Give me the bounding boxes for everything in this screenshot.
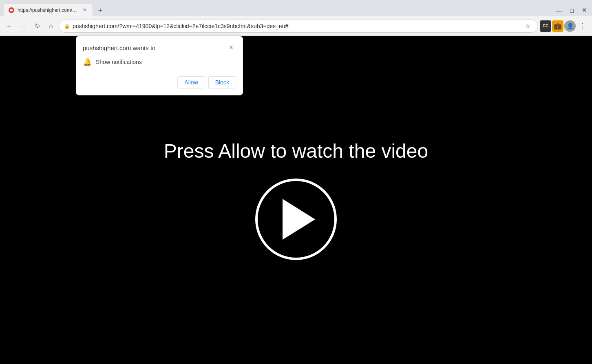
refresh-button[interactable]: ↻ (31, 20, 43, 32)
cc-label: CC (543, 24, 548, 28)
address-bar[interactable]: 🔒 pushshighert.com/?wmi=41900&lp=12&clic… (59, 20, 538, 33)
page-title: Press Allow to watch the video (164, 140, 428, 162)
popup-header: pushshighert.com wants to × (76, 36, 243, 56)
popup-actions: Allow Block (76, 73, 243, 95)
address-actions: ☆ (522, 21, 533, 31)
bell-icon: 🔔 (83, 57, 92, 66)
notification-popup: pushshighert.com wants to × 🔔 Show notif… (76, 36, 243, 95)
lock-icon: 🔒 (64, 23, 70, 29)
window-controls: — □ ✕ (556, 7, 592, 16)
url-text: pushshighert.com/?wmi=41900&lp=12&clicki… (73, 23, 520, 29)
play-triangle-icon (283, 199, 315, 240)
menu-button[interactable]: ⋮ (577, 20, 589, 32)
bookmark-button[interactable]: ☆ (522, 21, 533, 31)
profile-avatar[interactable]: 👤 (564, 20, 576, 32)
back-button[interactable]: ← (3, 20, 15, 32)
active-tab[interactable]: https://pushshighert.com/?wmi= ✕ (3, 3, 93, 16)
browser-window: https://pushshighert.com/?wmi= ✕ + — □ ✕… (0, 0, 592, 364)
tab-bar-area: https://pushshighert.com/?wmi= ✕ + — □ ✕ (0, 0, 592, 16)
maximize-button[interactable]: □ (570, 7, 574, 14)
toolbar-right: CC 💼 👤 ⋮ (540, 20, 589, 32)
allow-button[interactable]: Allow (177, 76, 205, 88)
captions-extension-icon[interactable]: CC (540, 20, 551, 32)
popup-close-button[interactable]: × (226, 43, 236, 53)
new-tab-button[interactable]: + (95, 5, 106, 16)
popup-title: pushshighert.com wants to (83, 44, 155, 51)
popup-permission-row: 🔔 Show notifications (76, 56, 243, 73)
minimize-button[interactable]: — (556, 7, 562, 14)
browser-content: Press Allow to watch the video pushshigh… (0, 36, 592, 364)
profile-icon: 👤 (567, 23, 574, 29)
tab-close-button[interactable]: ✕ (81, 7, 88, 13)
tab-favicon (9, 7, 14, 13)
navigation-bar: ← → ↻ ⌂ 🔒 pushshighert.com/?wmi=41900&lp… (0, 16, 592, 36)
close-icon: × (229, 44, 233, 51)
tab-label: https://pushshighert.com/?wmi= (18, 7, 78, 13)
forward-button[interactable]: → (17, 20, 29, 32)
wallet-extension-icon[interactable]: 💼 (552, 20, 563, 32)
home-button[interactable]: ⌂ (45, 20, 57, 32)
play-button[interactable] (255, 179, 337, 260)
close-button[interactable]: ✕ (582, 7, 587, 14)
block-button[interactable]: Block (208, 76, 236, 88)
permission-text: Show notifications (96, 59, 142, 65)
